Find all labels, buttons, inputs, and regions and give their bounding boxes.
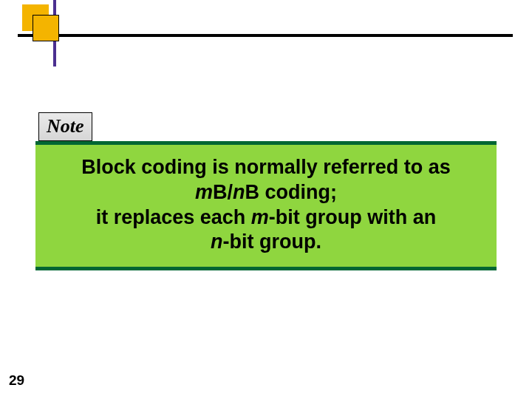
callout-line2-m: m xyxy=(195,181,213,203)
callout-line2-mid2: B coding; xyxy=(245,181,337,203)
callout-line3-post: -bit group with an xyxy=(269,206,436,228)
callout-line2-mid1: B/ xyxy=(213,181,233,203)
callout-line3-m: m xyxy=(251,206,269,228)
slide: Note Block coding is normally referred t… xyxy=(0,0,532,399)
callout-line1: Block coding is normally referred to as xyxy=(81,156,451,178)
header-horizontal-line xyxy=(18,34,513,37)
callout-panel: Block coding is normally referred to as … xyxy=(35,141,497,270)
callout-line2-n: n xyxy=(233,181,245,203)
page-number: 29 xyxy=(9,372,24,389)
callout-text: Block coding is normally referred to as … xyxy=(41,155,491,255)
callout-line3-pre: it replaces each xyxy=(96,206,251,228)
callout-line4-post: -bit group. xyxy=(223,231,321,253)
header-square-front xyxy=(33,15,59,41)
callout-line4-n: n xyxy=(211,231,223,253)
note-label: Note xyxy=(38,112,92,141)
